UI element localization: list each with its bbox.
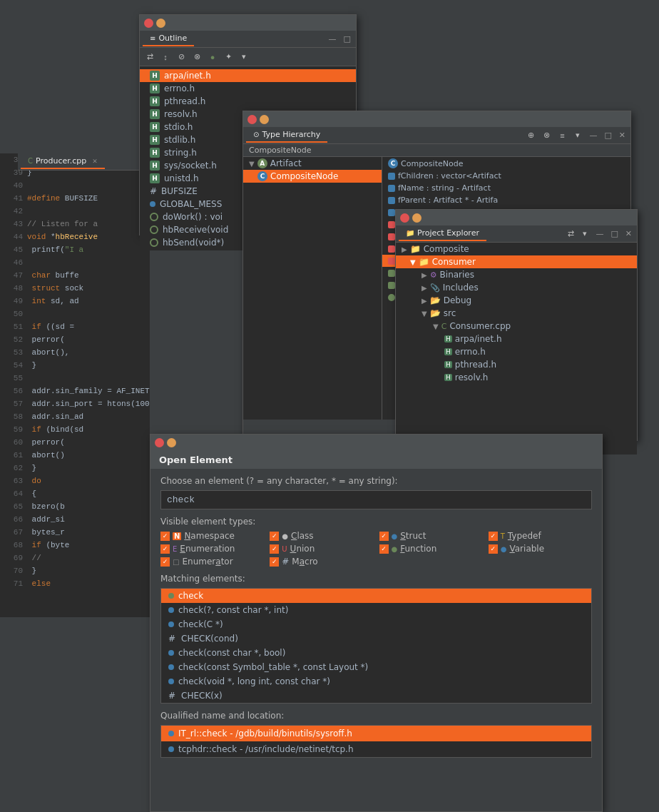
qualified-item-label: IT_rl::check - /gdb/build/binutils/sysro… bbox=[178, 729, 352, 739]
outline-star-btn[interactable]: ✦ bbox=[221, 50, 235, 64]
field-icon bbox=[388, 185, 395, 192]
hash-icon: # bbox=[168, 634, 175, 644]
tree-item-artifact[interactable]: ▼ A Artifact bbox=[243, 157, 382, 170]
cb-label: Macro bbox=[292, 557, 317, 567]
chevron-icon: ▶ bbox=[402, 245, 407, 253]
outline-close-btn[interactable] bbox=[144, 19, 153, 28]
cb-union[interactable]: ✓ U Union bbox=[270, 544, 373, 554]
projexp-close-btn[interactable] bbox=[400, 213, 409, 223]
outline-item-errno[interactable]: H errno.h bbox=[140, 82, 356, 95]
proj-item-label: Includes bbox=[443, 283, 479, 293]
typehier-tab[interactable]: ⊙ Type Hierarchy bbox=[246, 128, 327, 143]
typehier-minimize-btn[interactable]: — bbox=[587, 130, 599, 141]
typehier-btn1[interactable]: ⊕ bbox=[524, 129, 537, 142]
outline-sync-btn[interactable]: ⇄ bbox=[143, 50, 157, 64]
close-icon[interactable]: ✕ bbox=[92, 158, 98, 165]
proj-item-arpa[interactable]: H arpa/inet.h bbox=[396, 333, 637, 345]
projexp-dropdown-btn[interactable]: ▾ bbox=[579, 228, 591, 240]
cb-class[interactable]: ✓ ● Class bbox=[270, 531, 373, 541]
result-check[interactable]: check bbox=[161, 589, 591, 603]
cb-function[interactable]: ✓ ● Function bbox=[379, 544, 483, 554]
typehier-min-btn[interactable] bbox=[260, 115, 269, 124]
binaries-icon: ⚙ bbox=[430, 270, 437, 280]
member-label: fChildren : vector<Artifact bbox=[398, 171, 501, 181]
result-label: check(const char *, bool) bbox=[178, 648, 285, 658]
member-fname[interactable]: fName : string - Artifact bbox=[382, 182, 630, 194]
member-fparent[interactable]: fParent : Artifact * - Artifa bbox=[382, 194, 630, 206]
typehier-dropdown-btn[interactable]: ▾ bbox=[571, 129, 584, 142]
outline-item-pthread[interactable]: H pthread.h bbox=[140, 95, 356, 108]
proj-item-debug[interactable]: ▶ 📂 Debug bbox=[396, 294, 637, 307]
result-check-bool[interactable]: check(const char *, bool) bbox=[161, 646, 591, 660]
outline-dot-btn[interactable]: ● bbox=[205, 50, 220, 64]
cb-macro[interactable]: ✓ # Macro bbox=[270, 557, 373, 567]
member-label: CompositeNode bbox=[401, 159, 463, 168]
cb-label: Typedef bbox=[508, 531, 541, 541]
projexp-minimize-btn[interactable]: — bbox=[593, 228, 606, 239]
projexp-close-x-btn[interactable]: ✕ bbox=[623, 228, 634, 239]
proj-item-binaries[interactable]: ▶ ⚙ Binaries bbox=[396, 268, 637, 281]
open-elem-input[interactable] bbox=[160, 490, 592, 509]
qualified-item-tcphdr[interactable]: tcphdr::check - /usr/include/netinet/tcp… bbox=[161, 741, 591, 757]
typehier-btn2[interactable]: ⊗ bbox=[540, 129, 553, 142]
proj-item-consumer[interactable]: ▼ 📁 Consumer bbox=[396, 255, 637, 268]
outline-sort-btn[interactable]: ↕ bbox=[158, 50, 173, 64]
cb-struct[interactable]: ✓ ● Struct bbox=[379, 531, 483, 541]
proj-item-composite[interactable]: ▶ 📁 Composite bbox=[396, 243, 637, 255]
outline-minimize-btn[interactable]: — bbox=[327, 34, 339, 44]
typehier-close-btn[interactable] bbox=[247, 115, 257, 124]
outline-filter2-btn[interactable]: ⊗ bbox=[190, 50, 204, 64]
result-check-void[interactable]: check(void *, long int, const char *) bbox=[161, 674, 591, 689]
projexp-min-btn[interactable] bbox=[412, 213, 422, 223]
cb-namespace[interactable]: ✓ N Namespace bbox=[160, 531, 264, 541]
cb-enumeration[interactable]: ✓ E Enumeration bbox=[160, 544, 264, 554]
typehier-close-x-btn[interactable]: ✕ bbox=[617, 130, 628, 141]
outline-min-btn[interactable] bbox=[156, 19, 165, 28]
typehier-maximize-btn[interactable]: □ bbox=[602, 130, 613, 141]
outline-filter1-btn[interactable]: ⊘ bbox=[174, 50, 188, 64]
proj-item-src[interactable]: ▼ 📂 src bbox=[396, 307, 637, 320]
tree-item-label: Artifact bbox=[270, 158, 302, 168]
typehier-btn3[interactable]: ≡ bbox=[556, 129, 568, 142]
proj-item-pthread[interactable]: H pthread.h bbox=[396, 358, 637, 371]
typehier-tree: ▼ A Artifact C CompositeNode bbox=[243, 157, 382, 420]
proj-item-label: src bbox=[444, 308, 456, 318]
outline-dropdown-btn[interactable]: ▾ bbox=[237, 50, 251, 64]
result-check-qci[interactable]: check(?, const char *, int) bbox=[161, 603, 591, 617]
open-elem-close-btn[interactable] bbox=[155, 438, 164, 447]
projexp-tab[interactable]: 📁 Project Explorer bbox=[399, 226, 486, 241]
result-check-cond[interactable]: # CHECK(cond) bbox=[161, 631, 591, 646]
open-element-dialog: Open Element Choose an element (? = any … bbox=[150, 434, 603, 812]
proj-item-resolv[interactable]: H resolv.h bbox=[396, 371, 637, 384]
cb-enumerator[interactable]: ✓ □ Enumerator bbox=[160, 557, 264, 567]
member-fchildren[interactable]: fChildren : vector<Artifact bbox=[382, 170, 630, 182]
h-icon: H bbox=[150, 71, 160, 81]
artifact-icon: A bbox=[257, 158, 267, 168]
constructor-icon bbox=[388, 221, 395, 228]
tree-item-compositenode[interactable]: C CompositeNode bbox=[243, 170, 382, 183]
cb-label: Union bbox=[290, 544, 315, 554]
member-compositenode[interactable]: C CompositeNode bbox=[382, 157, 630, 170]
result-check-symbol[interactable]: check(const Symbol_table *, const Layout… bbox=[161, 660, 591, 674]
qualified-item-it-rl[interactable]: IT_rl::check - /gdb/build/binutils/sysro… bbox=[161, 726, 591, 741]
proj-item-includes[interactable]: ▶ 📎 Includes bbox=[396, 281, 637, 294]
dot-icon bbox=[168, 607, 174, 613]
constructor-icon bbox=[388, 258, 395, 265]
cb-typedef[interactable]: ✓ T Typedef bbox=[489, 531, 592, 541]
projexp-sync-btn[interactable]: ⇄ bbox=[565, 228, 576, 240]
proj-item-errno[interactable]: H errno.h bbox=[396, 345, 637, 358]
result-check-x[interactable]: # CHECK(x) bbox=[161, 689, 591, 703]
checkbox-icon: ✓ bbox=[489, 544, 498, 554]
outline-tab[interactable]: ≡ Outline bbox=[143, 31, 194, 46]
open-elem-min-btn[interactable] bbox=[167, 438, 176, 447]
outline-item-label: hbReceive(void bbox=[163, 225, 228, 235]
outline-maximize-btn[interactable]: □ bbox=[342, 34, 353, 44]
result-check-c[interactable]: check(C *) bbox=[161, 617, 591, 631]
producer-tab[interactable]: C Producer.cpp ✕ bbox=[21, 154, 105, 169]
h-icon: H bbox=[150, 96, 160, 106]
outline-item-label: stdio.h bbox=[164, 122, 193, 132]
proj-item-consumer-cpp[interactable]: ▼ C Consumer.cpp bbox=[396, 320, 637, 333]
projexp-maximize-btn[interactable]: □ bbox=[608, 228, 620, 239]
outline-item-arpa[interactable]: H arpa/inet.h bbox=[140, 69, 356, 82]
cb-variable[interactable]: ✓ ● Variable bbox=[489, 544, 592, 554]
